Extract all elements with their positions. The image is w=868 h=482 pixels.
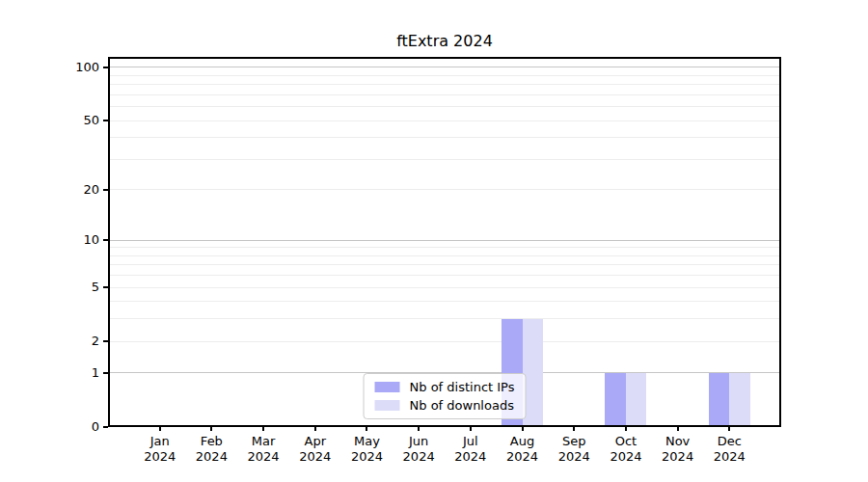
y-tick-label-50: 50 [0, 113, 99, 128]
y-tick-50 [103, 120, 108, 121]
y-tick-label-20: 20 [0, 182, 99, 198]
x-tick-jun [418, 427, 420, 431]
x-tick-dec [728, 427, 730, 431]
gridline-y-100 [108, 67, 781, 67]
legend-label-downloads: Nb of downloads [410, 398, 514, 413]
legend-swatch-downloads [375, 400, 400, 411]
y-tick-20 [103, 189, 108, 191]
x-tick-mar [262, 427, 264, 431]
y-tick-2 [103, 340, 108, 342]
gridline-y-40 [108, 137, 781, 138]
y-tick-label-2: 2 [0, 334, 99, 349]
legend-item-downloads: Nb of downloads [375, 398, 515, 413]
gridline-y-50 [108, 120, 781, 121]
x-tick-jan [159, 427, 161, 431]
x-tick-label-dec: Dec2024 [691, 434, 768, 465]
x-tick-sep [573, 427, 575, 431]
x-tick-nov [677, 427, 679, 431]
x-tick-oct [625, 427, 627, 431]
gridline-y-80 [108, 84, 781, 85]
bar-downloads-dec [729, 373, 750, 427]
gridline-y-70 [108, 94, 781, 95]
legend: Nb of distinct IPs Nb of downloads [364, 373, 527, 419]
bar-downloads-oct [626, 373, 647, 427]
x-tick-feb [210, 427, 212, 431]
gridline-y-10 [108, 240, 781, 241]
x-tick-may [366, 427, 367, 431]
gridline-y-60 [108, 106, 781, 107]
gridline-y-5 [108, 287, 781, 288]
legend-swatch-distinct-ips [375, 382, 400, 392]
gridline-y-9 [108, 247, 781, 248]
y-tick-label-10: 10 [0, 232, 99, 248]
y-tick-label-100: 100 [0, 60, 99, 75]
gridline-y-30 [108, 159, 781, 160]
x-tick-aug [522, 427, 524, 431]
legend-item-distinct-ips: Nb of distinct IPs [375, 380, 515, 394]
gridline-y-3 [108, 318, 781, 319]
y-tick-label-5: 5 [0, 280, 99, 295]
x-tick-month: Dec [691, 434, 768, 449]
gridline-y-8 [108, 255, 781, 256]
gridline-y-20 [108, 189, 781, 190]
x-tick-jul [470, 427, 472, 431]
x-tick-apr [314, 427, 316, 431]
x-tick-year: 2024 [691, 449, 768, 465]
y-tick-label-0: 0 [0, 419, 99, 435]
y-tick-0 [103, 426, 108, 428]
y-tick-100 [103, 67, 108, 68]
y-tick-1 [103, 372, 108, 374]
gridline-y-7 [108, 264, 781, 265]
y-tick-10 [103, 239, 108, 241]
gridline-y-6 [108, 275, 781, 276]
plot-area: Nb of distinct IPs Nb of downloads [108, 57, 781, 427]
y-tick-5 [103, 286, 108, 288]
gridline-y-90 [108, 75, 781, 76]
gridline-y-4 [108, 301, 781, 302]
plot-frame [108, 57, 781, 427]
legend-label-distinct-ips: Nb of distinct IPs [410, 380, 515, 394]
chart-title: ftExtra 2024 [108, 32, 781, 50]
gridline-y-2 [108, 341, 781, 342]
bar-distinct-ips-oct [605, 373, 626, 427]
y-tick-label-1: 1 [0, 365, 99, 381]
bar-distinct-ips-dec [709, 373, 730, 427]
chart-canvas: ftExtra 2024 Nb of distinct IPs Nb of do… [0, 0, 868, 482]
